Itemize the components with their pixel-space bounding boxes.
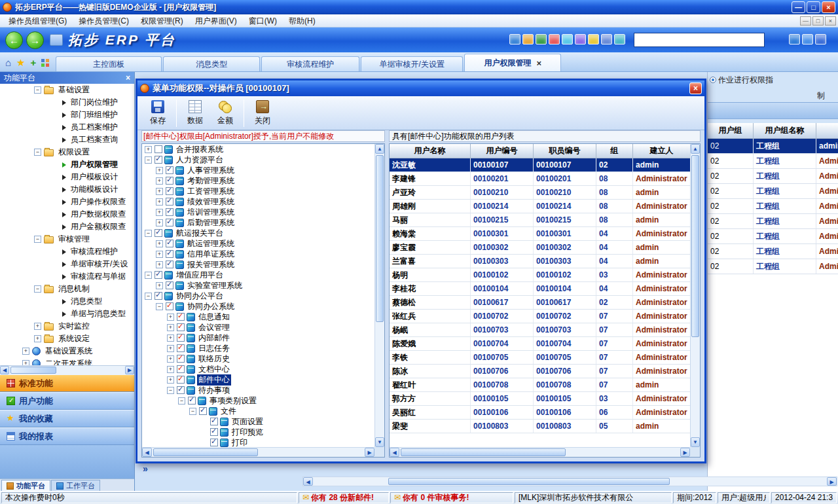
print-icon[interactable]	[575, 34, 586, 45]
mdi-minimize-button[interactable]: —	[800, 16, 811, 26]
close-button[interactable]: ×	[822, 1, 835, 13]
radio-icon[interactable]	[710, 77, 716, 83]
table-row[interactable]: 杨明001001020010010203Administrator	[390, 268, 690, 282]
column-header[interactable]: 用户组	[708, 123, 754, 139]
maximize-button[interactable]: □	[807, 1, 820, 13]
checkbox[interactable]	[155, 271, 162, 279]
sidebar-tree-item[interactable]: 部门班组维护	[0, 109, 134, 121]
checkbox[interactable]	[177, 386, 185, 394]
perm-tree-item[interactable]: −协同办公平台	[142, 291, 374, 301]
sidebar-tree-item[interactable]: 用户模板设计	[0, 171, 134, 183]
add-favorite-icon[interactable]: +	[31, 58, 37, 68]
tab-5[interactable]: 用户权限管理×	[464, 54, 561, 71]
menu-item[interactable]: 操作员组管理(G)	[3, 14, 73, 27]
table-row[interactable]: 李桂花001001040010010404Administrator	[390, 282, 690, 296]
perm-tree-item[interactable]: +文档中心	[142, 364, 374, 374]
expander-icon[interactable]: −	[34, 149, 41, 156]
checkbox[interactable]	[166, 250, 173, 258]
sidebar-tree-item[interactable]: 单据审核开/关设	[0, 258, 134, 270]
scroll-thumb[interactable]	[376, 155, 384, 322]
table-row[interactable]: 梁斐001008030010080305admin	[390, 420, 690, 433]
perm-tree-item[interactable]: +合并报表系统	[142, 144, 374, 154]
scroll-thumb[interactable]	[10, 367, 56, 374]
perm-tree-item[interactable]: +航运管理系统	[142, 238, 374, 249]
favorites-star-icon[interactable]: ★	[16, 58, 25, 68]
perm-tree-item[interactable]: +工资管理系统	[142, 186, 374, 196]
perm-tree-item[interactable]: +日志任务	[142, 343, 374, 353]
checkbox[interactable]	[177, 355, 185, 363]
expander-icon[interactable]: −	[145, 156, 152, 164]
column-header[interactable]: 组	[596, 144, 633, 158]
table-row[interactable]: 兰富喜001003030010030304admin	[390, 255, 690, 268]
expander-icon[interactable]: −	[145, 293, 152, 300]
perm-tree-item[interactable]: 打印	[142, 437, 374, 447]
checkbox[interactable]	[166, 208, 173, 216]
chart-icon[interactable]	[549, 34, 560, 45]
sidebar-tree-item[interactable]: −权限设置	[0, 146, 134, 158]
tree-vertical-scrollbar[interactable]: ▲ ▼	[374, 144, 384, 447]
expander-icon[interactable]: −	[145, 230, 152, 237]
mdi-close-button[interactable]: ×	[825, 16, 836, 26]
perm-tree-item[interactable]: −文件	[142, 406, 374, 416]
panel-check-button[interactable]: 用户功能	[0, 392, 134, 410]
tree-horizontal-scrollbar[interactable]: ◀ ▶	[142, 447, 374, 457]
table-row[interactable]: 吴丽红001001060010010606Administrator	[390, 406, 690, 420]
sidebar-tree-item[interactable]: 用户金额权限查	[0, 221, 134, 233]
menu-item[interactable]: 用户界面(V)	[189, 14, 243, 27]
checkbox[interactable]	[155, 292, 162, 300]
tab-4[interactable]: 单据审核开/关设置	[361, 56, 463, 71]
column-header[interactable]: 职员编号	[534, 144, 596, 158]
sidebar-tree-item[interactable]: +系统设定	[0, 333, 134, 345]
expander-icon[interactable]: +	[22, 360, 29, 365]
expander-icon[interactable]: +	[167, 314, 174, 321]
folder-icon[interactable]	[522, 34, 534, 45]
mdi-restore-button[interactable]: □	[812, 16, 824, 26]
table-row[interactable]: 02工程组Administrator	[708, 199, 838, 214]
checkbox[interactable]	[210, 439, 218, 446]
perm-tree-item[interactable]: +人事管理系统	[142, 165, 374, 175]
expander-icon[interactable]: +	[156, 209, 163, 216]
perm-tree-item[interactable]: +培训管理系统	[142, 207, 374, 217]
sidebar-tree-item[interactable]: −消息机制	[0, 283, 134, 295]
expander-icon[interactable]: +	[167, 376, 174, 384]
sidebar-horizontal-scrollbar[interactable]: ◀ ▶	[0, 365, 134, 374]
checkbox[interactable]	[210, 428, 218, 436]
menu-item[interactable]: 窗口(W)	[243, 14, 283, 27]
perm-tree-item[interactable]: −协同办公系统	[142, 301, 374, 312]
checkbox[interactable]	[155, 229, 162, 237]
scroll-right-icon[interactable]: ▶	[680, 448, 690, 457]
sidebar-tree-item[interactable]: +实时监控	[0, 320, 134, 333]
tab-3[interactable]: 审核流程维护	[261, 56, 359, 71]
money-icon[interactable]	[588, 34, 599, 45]
expander-icon[interactable]: −	[178, 397, 185, 405]
sidebar-tree-item[interactable]: 审核流程与单据	[0, 270, 134, 283]
table-row[interactable]: 02工程组Administrator	[708, 259, 838, 274]
checkbox[interactable]	[166, 281, 173, 289]
scroll-left-icon[interactable]: ◀	[390, 448, 399, 457]
expander-icon[interactable]: +	[167, 366, 174, 373]
checkbox[interactable]	[166, 219, 173, 226]
perm-tree-item[interactable]: +报关管理系统	[142, 259, 374, 270]
checkbox[interactable]	[166, 198, 173, 206]
checkbox[interactable]	[166, 177, 173, 185]
menu-item[interactable]: 操作员管理(C)	[73, 14, 135, 27]
sidebar-tree-item[interactable]: 消息类型	[0, 295, 134, 308]
expander-icon[interactable]: +	[34, 335, 41, 342]
expander-icon[interactable]: −	[145, 272, 152, 279]
checkbox[interactable]	[177, 376, 185, 384]
sidebar-tree-item[interactable]: 功能模板设计	[0, 183, 134, 196]
table-row[interactable]: 沈亚敏001001070010010702admin	[390, 158, 690, 172]
perm-tree-item[interactable]: +信息通知	[142, 312, 374, 322]
perm-tree-item[interactable]: 打印预览	[142, 427, 374, 437]
sidebar-tree-item[interactable]: 审核流程维护	[0, 245, 134, 258]
checkbox[interactable]	[177, 344, 185, 352]
expander-icon[interactable]: −	[34, 236, 41, 243]
checkbox[interactable]	[155, 145, 162, 153]
perm-tree-item[interactable]: −航运报关平台	[142, 228, 374, 238]
expander-icon[interactable]: +	[156, 177, 163, 185]
scroll-right-icon[interactable]: ▶	[827, 477, 837, 486]
mail-icon[interactable]	[562, 34, 573, 45]
menu-item[interactable]: 帮助(H)	[283, 14, 321, 27]
table-row[interactable]: 02工程组Administrator	[708, 184, 838, 199]
column-header[interactable]	[816, 123, 838, 139]
